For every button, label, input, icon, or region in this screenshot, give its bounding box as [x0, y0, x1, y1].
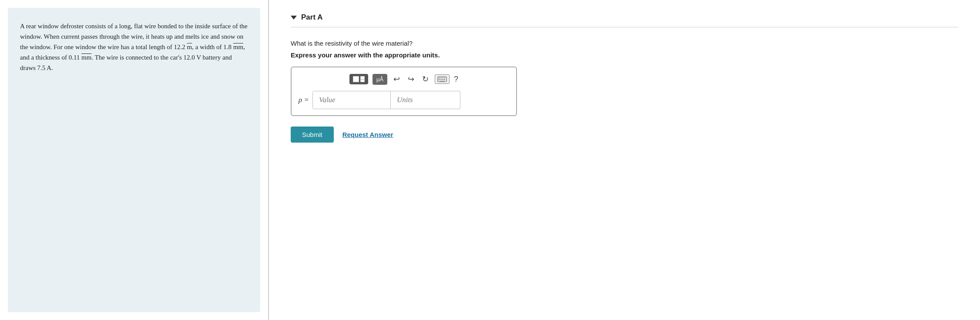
submit-button[interactable]: Submit — [291, 127, 334, 143]
svg-rect-8 — [444, 79, 445, 80]
answer-toolbar: μÅ ↩ ↪ ↻ — [299, 73, 509, 85]
template-split-icon — [360, 76, 365, 82]
keyboard-button[interactable] — [435, 74, 450, 84]
collapse-icon[interactable] — [291, 16, 297, 20]
thickness-unit: mm — [81, 54, 91, 61]
part-a-header: Part A — [291, 13, 958, 27]
question-text: What is the resistivity of the wire mate… — [291, 40, 958, 47]
instruction-text: Express your answer with the appropriate… — [291, 51, 958, 59]
mu-button[interactable]: μÅ — [373, 74, 387, 85]
svg-rect-2 — [440, 77, 442, 78]
rho-label: ρ = — [299, 96, 309, 104]
svg-rect-3 — [442, 77, 443, 78]
part-a-title: Part A — [301, 13, 322, 22]
problem-statement: A rear window defroster consists of a lo… — [8, 8, 260, 312]
length-unit: m — [187, 43, 192, 50]
undo-button[interactable]: ↩ — [392, 73, 402, 85]
svg-rect-5 — [439, 79, 440, 80]
right-panel: Part A What is the resistivity of the wi… — [269, 0, 980, 320]
svg-rect-1 — [439, 77, 440, 78]
keyboard-icon — [437, 76, 447, 82]
redo-button[interactable]: ↪ — [406, 73, 416, 85]
svg-rect-4 — [444, 77, 445, 78]
action-buttons: Submit Request Answer — [291, 127, 958, 143]
svg-rect-7 — [442, 79, 443, 80]
units-input[interactable] — [391, 91, 460, 109]
refresh-button[interactable]: ↻ — [420, 73, 430, 85]
answer-box: μÅ ↩ ↪ ↻ — [291, 67, 517, 116]
input-row: ρ = — [299, 91, 509, 109]
problem-text: A rear window defroster consists of a lo… — [20, 23, 248, 71]
width-unit: mm — [233, 43, 243, 50]
template-button[interactable] — [349, 74, 368, 84]
mu-label: μÅ — [376, 76, 383, 83]
request-answer-link[interactable]: Request Answer — [342, 131, 393, 138]
template-square-icon — [353, 76, 359, 82]
svg-rect-9 — [440, 81, 445, 82]
help-label: ? — [454, 75, 458, 83]
template-icon — [353, 76, 365, 82]
help-button[interactable]: ? — [454, 75, 458, 84]
value-input[interactable] — [312, 91, 391, 109]
svg-rect-6 — [440, 79, 442, 80]
